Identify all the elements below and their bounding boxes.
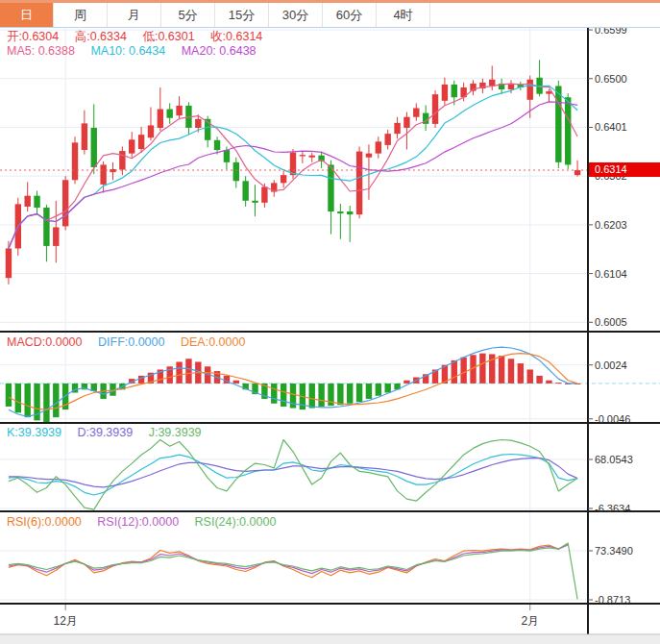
k-value: K:39.3939	[7, 426, 61, 439]
bottom-margin	[0, 635, 660, 644]
tab-monthly[interactable]: 月	[108, 3, 161, 27]
candle-body	[100, 164, 106, 184]
macd-bar	[376, 384, 381, 396]
axis-tick-label: -0.0046	[595, 413, 630, 425]
candle-body	[356, 152, 362, 215]
axis-tick-label: -6.3634	[595, 503, 630, 514]
candle-body	[376, 141, 381, 153]
candle-body	[233, 162, 239, 181]
candle-body	[24, 196, 30, 207]
d-value: D:39.3939	[77, 426, 133, 439]
macd-bar	[499, 356, 504, 384]
candle-body	[452, 85, 457, 97]
tab-30min[interactable]: 30分	[269, 3, 323, 27]
open-value: 开:0.6304	[7, 30, 59, 43]
close-value: 收:0.6314	[210, 30, 262, 43]
candle-body	[62, 180, 68, 226]
macd-bar	[546, 381, 551, 384]
axis-tick-label: 73.3490	[595, 545, 633, 557]
macd-bar	[24, 384, 30, 417]
candle-body	[82, 123, 87, 150]
tab-15min[interactable]: 15分	[215, 3, 269, 27]
macd-bar	[452, 360, 457, 384]
macd-bar	[518, 363, 524, 384]
axis-tick-label: 0.6005	[595, 316, 627, 328]
candle-body	[119, 151, 125, 169]
macd-bar	[53, 384, 59, 417]
candle-body	[347, 211, 353, 214]
tab-4hour[interactable]: 4时	[377, 3, 430, 27]
macd-value: MACD:0.0000	[7, 335, 83, 349]
trading-chart-app: 日 周 月 5分 15分 30分 60分 4时 0.65990.65000.64…	[0, 0, 660, 644]
macd-bar	[508, 359, 514, 384]
candle-body	[138, 135, 144, 149]
candle-body	[34, 196, 39, 208]
axis-tick-label: 0.6104	[595, 268, 627, 280]
kdj-readout: K:39.3939 D:39.3939 J:39.3939	[7, 426, 214, 439]
tab-60min[interactable]: 60分	[323, 3, 377, 27]
tab-daily[interactable]: 日	[0, 3, 54, 27]
candle-body	[328, 164, 333, 211]
dea-value: DEA:0.0000	[181, 335, 245, 349]
macd-bar	[176, 361, 182, 383]
macd-bar	[366, 384, 372, 399]
rsi24-value: RSI(24):0.0000	[195, 515, 277, 529]
macd-bar	[347, 384, 353, 404]
ma10-value: MA10: 0.6434	[90, 44, 165, 58]
candle-body	[176, 106, 182, 115]
candle-body	[158, 110, 163, 128]
candle-body	[394, 123, 400, 134]
tab-weekly[interactable]: 周	[54, 3, 108, 27]
k-line	[9, 455, 577, 496]
ohlc-readout: 开:0.6304 高:0.6334 低:0.6301 收:0.6314	[7, 29, 275, 45]
macd-bar	[43, 384, 49, 422]
candle-body	[261, 186, 267, 202]
macd-bar	[318, 384, 324, 407]
high-value: 高:0.6334	[75, 30, 127, 43]
ma-readout: MA5: 0.6388 MA10: 0.6434 MA20: 0.6438	[7, 44, 269, 58]
candle-body	[366, 154, 372, 158]
axis-tick-label: 0.6401	[595, 121, 627, 133]
rsi12-value: RSI(12):0.0000	[97, 515, 179, 529]
macd-bar	[403, 381, 409, 384]
period-tab-bar: 日 周 月 5分 15分 30分 60分 4时	[0, 3, 660, 28]
x-axis-label-feb: 2月	[509, 613, 551, 630]
candle-body	[53, 227, 59, 245]
ma5-value: MA5: 0.6388	[7, 44, 75, 58]
candle-body	[195, 119, 201, 128]
candle-body	[290, 153, 296, 176]
candle-body	[384, 134, 390, 145]
candle-body	[432, 94, 438, 124]
candle-body	[565, 97, 571, 164]
candle-body	[252, 201, 257, 203]
macd-bar	[233, 381, 239, 384]
macd-bar	[356, 384, 362, 402]
x-axis-label-dec: 12月	[44, 613, 86, 630]
low-value: 低:0.6301	[142, 30, 194, 43]
macd-bar	[555, 383, 561, 384]
candle-body	[43, 208, 49, 246]
rsi-readout: RSI(6):0.0000 RSI(12):0.0000 RSI(24):0.0…	[7, 515, 288, 529]
candle-body	[148, 125, 154, 137]
candle-body	[300, 155, 306, 156]
macd-readout: MACD:0.0000 DIFF:0.0000 DEA:0.0000	[7, 335, 257, 349]
axis-tick-label: 0.0024	[595, 359, 627, 371]
candle-body	[72, 142, 78, 180]
axis-tick-label: 68.0543	[595, 454, 633, 465]
axis-tick-label: 0.6203	[595, 219, 627, 231]
macd-bar	[281, 384, 286, 407]
tab-5min[interactable]: 5分	[161, 3, 215, 27]
candle-body	[129, 139, 134, 153]
chart-canvas: 0.65990.65000.64010.63020.62030.61040.60…	[0, 0, 660, 644]
rsi6-line	[9, 544, 568, 578]
candle-body	[242, 181, 248, 200]
macd-bar	[460, 358, 466, 384]
rsi12-line	[9, 545, 568, 574]
candle-body	[489, 80, 495, 87]
candle-body	[91, 128, 97, 167]
candle-body	[442, 85, 448, 101]
current-price-tag: 0.6314	[589, 162, 660, 177]
j-line	[9, 440, 577, 510]
macd-bar	[337, 384, 343, 405]
candle-body	[574, 170, 580, 175]
